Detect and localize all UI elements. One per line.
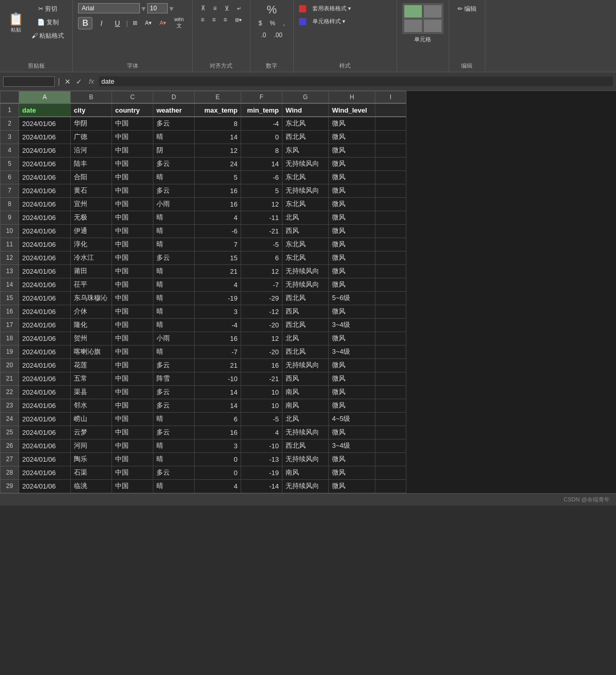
- cell-E-16[interactable]: 3: [195, 305, 241, 318]
- align-left-button[interactable]: ≡: [198, 14, 208, 25]
- cell-F-14[interactable]: -7: [241, 278, 282, 291]
- decrease-decimal-button[interactable]: .00: [271, 30, 286, 40]
- cell-C-12[interactable]: 中国: [112, 251, 153, 264]
- cell-C-17[interactable]: 中国: [112, 318, 153, 332]
- cell-E-13[interactable]: 21: [195, 264, 241, 278]
- cell-H-15[interactable]: 5~6级: [329, 291, 375, 305]
- fill-color-button[interactable]: A▾: [142, 18, 155, 28]
- cell-F-23[interactable]: 10: [241, 399, 282, 412]
- cell-C-10[interactable]: 中国: [112, 224, 153, 238]
- font-name-input[interactable]: [78, 3, 140, 13]
- header-min-temp[interactable]: min_temp: [241, 103, 282, 117]
- cell-H-23[interactable]: 微风: [329, 399, 375, 412]
- cell-D-18[interactable]: 小雨: [153, 332, 195, 345]
- wrap-text-button[interactable]: ↵: [234, 4, 244, 13]
- cell-E-9[interactable]: 4: [195, 211, 241, 224]
- cell-G-19[interactable]: 西北风: [282, 345, 329, 358]
- border-button[interactable]: ⊞: [130, 18, 140, 28]
- cell-D-29[interactable]: 晴: [153, 479, 195, 493]
- font-color-button[interactable]: A▾: [156, 18, 169, 28]
- cell-B-26[interactable]: 河间: [71, 439, 112, 452]
- cell-A-21[interactable]: 2024/01/06: [19, 372, 71, 385]
- cell-C-25[interactable]: 中国: [112, 426, 153, 439]
- cell-H-19[interactable]: 3~4级: [329, 345, 375, 358]
- cell-D-15[interactable]: 晴: [153, 291, 195, 305]
- cell-C-13[interactable]: 中国: [112, 264, 153, 278]
- cell-A-16[interactable]: 2024/01/06: [19, 305, 71, 318]
- cell-B-21[interactable]: 五常: [71, 372, 112, 385]
- cell-G-15[interactable]: 西北风: [282, 291, 329, 305]
- cell-B-23[interactable]: 邻水: [71, 399, 112, 412]
- cell-B-8[interactable]: 宜州: [71, 197, 112, 211]
- cell-C-14[interactable]: 中国: [112, 278, 153, 291]
- header-date[interactable]: date: [19, 103, 71, 117]
- cell-E-20[interactable]: 21: [195, 358, 241, 372]
- col-header-C[interactable]: C: [112, 91, 153, 104]
- underline-button[interactable]: U: [110, 18, 124, 29]
- cell-C-3[interactable]: 中国: [112, 130, 153, 144]
- col-header-B[interactable]: B: [71, 91, 112, 104]
- cell-G-10[interactable]: 西风: [282, 224, 329, 238]
- cell-F-24[interactable]: -5: [241, 412, 282, 426]
- copy-button[interactable]: 📄 复制: [28, 17, 67, 28]
- cell-F-8[interactable]: 12: [241, 197, 282, 211]
- cell-B-11[interactable]: 淳化: [71, 238, 112, 251]
- cell-A-26[interactable]: 2024/01/06: [19, 439, 71, 452]
- cell-F-10[interactable]: -21: [241, 224, 282, 238]
- cell-B-29[interactable]: 临洮: [71, 479, 112, 493]
- cell-G-29[interactable]: 无持续风向: [282, 479, 329, 493]
- cell-F-2[interactable]: -4: [241, 117, 282, 130]
- paste-special-button[interactable]: 🖌 粘贴格式: [28, 30, 67, 42]
- cell-C-19[interactable]: 中国: [112, 345, 153, 358]
- cell-E-21[interactable]: -10: [195, 372, 241, 385]
- cell-D-10[interactable]: 晴: [153, 224, 195, 238]
- cell-F-16[interactable]: -12: [241, 305, 282, 318]
- cell-B-7[interactable]: 黄石: [71, 184, 112, 197]
- cell-A-4[interactable]: 2024/01/06: [19, 144, 71, 157]
- cell-A-7[interactable]: 2024/01/06: [19, 184, 71, 197]
- wn-button[interactable]: wén文: [171, 15, 186, 31]
- merge-button[interactable]: ⊞▾: [232, 15, 245, 24]
- cell-G-28[interactable]: 南风: [282, 466, 329, 479]
- cell-D-2[interactable]: 多云: [153, 117, 195, 130]
- cell-G-11[interactable]: 东北风: [282, 238, 329, 251]
- cell-B-12[interactable]: 冷水江: [71, 251, 112, 264]
- cell-A-15[interactable]: 2024/01/06: [19, 291, 71, 305]
- cell-F-7[interactable]: 5: [241, 184, 282, 197]
- cell-C-18[interactable]: 中国: [112, 332, 153, 345]
- cell-F-28[interactable]: -19: [241, 466, 282, 479]
- formula-input[interactable]: [99, 76, 613, 86]
- currency-button[interactable]: $: [256, 18, 265, 28]
- cell-H-21[interactable]: 微风: [329, 372, 375, 385]
- cell-E-15[interactable]: -19: [195, 291, 241, 305]
- cell-F-29[interactable]: -14: [241, 479, 282, 493]
- cell-H-11[interactable]: 微风: [329, 238, 375, 251]
- increase-decimal-button[interactable]: .0: [258, 30, 269, 40]
- cell-E-28[interactable]: 0: [195, 466, 241, 479]
- cell-F-18[interactable]: 12: [241, 332, 282, 345]
- cell-F-9[interactable]: -11: [241, 211, 282, 224]
- cell-A-11[interactable]: 2024/01/06: [19, 238, 71, 251]
- cell-B-19[interactable]: 喀喇沁旗: [71, 345, 112, 358]
- cell-C-20[interactable]: 中国: [112, 358, 153, 372]
- cell-A-29[interactable]: 2024/01/06: [19, 479, 71, 493]
- col-header-D[interactable]: D: [153, 91, 195, 104]
- col-header-A[interactable]: A: [19, 91, 71, 104]
- cell-H-8[interactable]: 微风: [329, 197, 375, 211]
- cell-E-2[interactable]: 8: [195, 117, 241, 130]
- cell-C-7[interactable]: 中国: [112, 184, 153, 197]
- cell-G-17[interactable]: 西北风: [282, 318, 329, 332]
- cell-A-10[interactable]: 2024/01/06: [19, 224, 71, 238]
- cell-H-28[interactable]: 微风: [329, 466, 375, 479]
- cell-A-18[interactable]: 2024/01/06: [19, 332, 71, 345]
- cell-B-18[interactable]: 贺州: [71, 332, 112, 345]
- cell-A-5[interactable]: 2024/01/06: [19, 157, 71, 170]
- cell-G-8[interactable]: 东北风: [282, 197, 329, 211]
- header-wind-level[interactable]: Wind_level: [329, 103, 375, 117]
- cell-C-9[interactable]: 中国: [112, 211, 153, 224]
- cell-G-2[interactable]: 东北风: [282, 117, 329, 130]
- cell-F-26[interactable]: -10: [241, 439, 282, 452]
- cell-F-13[interactable]: 12: [241, 264, 282, 278]
- font-size-input[interactable]: [147, 3, 168, 13]
- cell-A-8[interactable]: 2024/01/06: [19, 197, 71, 211]
